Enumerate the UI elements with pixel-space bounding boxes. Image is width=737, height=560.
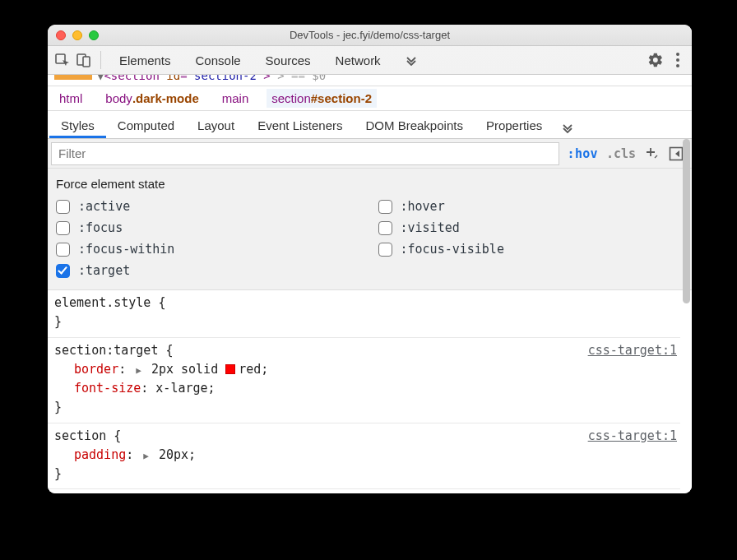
traffic-lights <box>48 30 99 40</box>
force-element-state-panel: Force element state :active:hover:focus:… <box>48 169 692 290</box>
state-label: :active <box>78 199 130 214</box>
checkbox[interactable] <box>56 264 70 278</box>
tab-sources[interactable]: Sources <box>256 50 321 71</box>
checkbox[interactable] <box>56 221 70 235</box>
rule-selector[interactable]: section:target <box>54 343 158 358</box>
checkbox[interactable] <box>56 200 70 214</box>
crumb-main[interactable]: main <box>217 89 254 108</box>
window-title: DevTools - jec.fyi/demo/css-target <box>48 29 692 41</box>
tab-layout[interactable]: Layout <box>186 113 246 138</box>
zoom-window-button[interactable] <box>89 30 99 40</box>
tab-network[interactable]: Network <box>326 50 391 71</box>
toggle-cls-button[interactable]: .cls <box>606 146 636 161</box>
rule-selector[interactable]: section <box>54 428 106 443</box>
tab-styles[interactable]: Styles <box>49 113 106 138</box>
devtools-window: DevTools - jec.fyi/demo/css-target Eleme… <box>48 25 692 493</box>
checkbox[interactable] <box>378 221 392 235</box>
style-rule[interactable]: element.style {} <box>48 290 680 338</box>
crumb-html[interactable]: html <box>54 89 87 108</box>
crumb-section[interactable]: section#section-2 <box>267 89 377 108</box>
css-declaration[interactable]: border: ▶ 2px solid red; <box>54 360 674 379</box>
state-label: :visited <box>401 220 460 235</box>
minimize-window-button[interactable] <box>72 30 82 40</box>
sidebar-tabs: Styles Computed Layout Event Listeners D… <box>48 111 692 139</box>
style-rule[interactable]: css-target:1section {padding: ▶ 20px;} <box>48 423 680 490</box>
state-item-hover[interactable]: :hover <box>378 199 684 214</box>
kebab-menu-icon[interactable] <box>675 52 680 68</box>
tab-elements[interactable]: Elements <box>109 50 181 71</box>
toggle-hov-button[interactable]: :hov <box>568 146 598 161</box>
new-style-rule-icon[interactable] <box>644 146 661 162</box>
breadcrumb: html body.dark-mode main section#section… <box>48 86 692 111</box>
dom-highlight-bar <box>54 75 92 80</box>
styles-panel: :hov .cls Force element state :active:ho… <box>48 139 692 493</box>
style-rules-list: element.style {}css-target:1section:targ… <box>48 290 692 493</box>
state-label: :focus-within <box>78 242 174 257</box>
expand-shorthand-icon[interactable]: ▶ <box>133 365 144 376</box>
force-state-header: Force element state <box>56 177 684 191</box>
state-label: :hover <box>401 199 445 214</box>
tab-properties[interactable]: Properties <box>475 113 554 138</box>
close-window-button[interactable] <box>56 30 66 40</box>
state-item-focus[interactable]: :focus <box>56 220 362 235</box>
styles-filter-input[interactable] <box>51 142 559 165</box>
rule-source-link[interactable]: css-target:1 <box>588 341 677 360</box>
tab-console[interactable]: Console <box>186 50 251 71</box>
computed-styles-sidebar-icon[interactable] <box>669 146 684 161</box>
checkbox[interactable] <box>378 200 392 214</box>
checkbox[interactable] <box>56 243 70 257</box>
state-item-visited[interactable]: :visited <box>378 220 684 235</box>
main-toolbar: Elements Console Sources Network <box>48 46 692 75</box>
css-declaration[interactable]: font-size: x-large; <box>54 379 674 398</box>
svg-point-3 <box>676 53 679 56</box>
state-item-focus-visible[interactable]: :focus-visible <box>378 242 684 257</box>
state-item-target[interactable]: :target <box>56 263 362 278</box>
tab-computed[interactable]: Computed <box>106 113 186 138</box>
state-label: :focus-visible <box>401 242 504 257</box>
tab-event-listeners[interactable]: Event Listeners <box>246 113 354 138</box>
device-toolbar-icon[interactable] <box>76 52 92 68</box>
rule-source-link[interactable]: css-target:1 <box>588 427 677 446</box>
filter-row: :hov .cls <box>48 139 692 169</box>
crumb-body[interactable]: body.dark-mode <box>100 89 203 108</box>
sidebar-tabs-overflow-icon[interactable] <box>554 117 582 138</box>
tabs-overflow-icon[interactable] <box>396 51 427 69</box>
style-rule[interactable]: css-target:1section:target {border: ▶ 2p… <box>48 338 680 423</box>
rule-selector[interactable]: element.style <box>54 295 151 310</box>
titlebar: DevTools - jec.fyi/demo/css-target <box>48 25 692 46</box>
state-item-focus-within[interactable]: :focus-within <box>56 242 362 257</box>
state-item-active[interactable]: :active <box>56 199 362 214</box>
state-label: :focus <box>78 220 123 235</box>
dom-tree-peek: ▼<section id="section-2"> > == $0 <box>48 75 692 86</box>
svg-point-4 <box>676 58 679 62</box>
scrollbar-thumb[interactable] <box>683 139 690 303</box>
expand-shorthand-icon[interactable]: ▶ <box>141 451 151 461</box>
settings-icon[interactable] <box>647 52 664 68</box>
color-swatch[interactable] <box>225 364 235 374</box>
css-declaration[interactable]: padding: ▶ 20px; <box>54 446 674 465</box>
state-label: :target <box>78 263 130 278</box>
svg-rect-2 <box>83 57 90 67</box>
tab-dom-breakpoints[interactable]: DOM Breakpoints <box>355 113 475 138</box>
svg-point-5 <box>676 64 679 67</box>
inspect-element-icon[interactable] <box>54 52 71 68</box>
checkbox[interactable] <box>378 243 392 257</box>
